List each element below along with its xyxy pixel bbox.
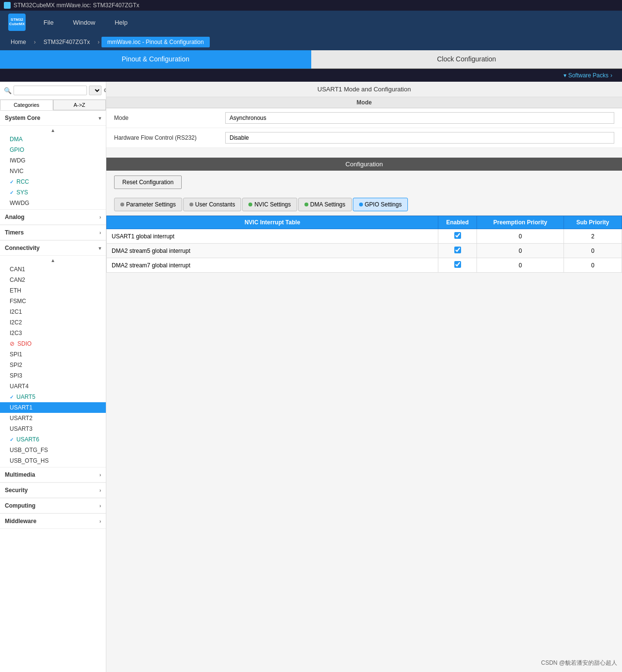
nvic-row1-sub: 2 (564, 229, 622, 244)
search-dropdown[interactable] (89, 86, 101, 95)
content-title: USART1 Mode and Configuration (106, 82, 622, 97)
search-input[interactable] (14, 86, 87, 95)
usb-otg-fs-label: USB_OTG_FS (10, 447, 48, 453)
section-timers-label: Timers (5, 229, 24, 236)
config-header: Configuration (106, 158, 622, 171)
mode-row: Mode Asynchronous Disable Synchronous (106, 108, 622, 128)
sidebar-item-usart6[interactable]: ✓USART6 (0, 434, 106, 445)
sidebar-item-usart3[interactable]: USART3 (0, 424, 106, 434)
breadcrumb-home[interactable]: Home (5, 37, 32, 47)
app-icon (4, 2, 11, 9)
nvic-row2-enabled-cell (438, 244, 477, 258)
check-icon-uart5: ✓ (10, 394, 14, 400)
software-packs-bar[interactable]: ▾ Software Packs › (0, 69, 622, 82)
tab-pinout[interactable]: Pinout & Configuration (0, 50, 311, 69)
tab-az[interactable]: A->Z (53, 100, 106, 110)
nvic-table-wrapper: NVIC Interrupt Table Enabled Preemption … (106, 216, 622, 282)
spi1-label: SPI1 (10, 351, 22, 358)
section-timers[interactable]: Timers › (0, 225, 106, 240)
uart5-label: UART5 (16, 394, 35, 400)
titlebar-text: STM32CubeMX mmWave.ioc: STM32F407ZGTx (14, 2, 139, 9)
config-tab-parameter[interactable]: Parameter Settings (114, 198, 182, 211)
section-analog[interactable]: Analog › (0, 209, 106, 225)
sidebar-item-spi3[interactable]: SPI3 (0, 370, 106, 381)
sidebar-item-can1[interactable]: CAN1 (0, 264, 106, 275)
breadcrumb-current[interactable]: mmWave.ioc - Pinout & Configuration (101, 37, 210, 47)
sidebar: 🔍 ⚙ Categories A->Z System Core ▾ ▲ DMA … (0, 82, 106, 672)
reset-configuration-button[interactable]: Reset Configuration (114, 175, 182, 189)
config-section: Configuration Reset Configuration Parame… (106, 158, 622, 282)
sidebar-item-can2[interactable]: CAN2 (0, 275, 106, 285)
nvic-col-preemption: Preemption Priority (477, 216, 564, 229)
sidebar-item-nvic[interactable]: NVIC (0, 166, 106, 176)
sidebar-item-i2c3[interactable]: I2C3 (0, 328, 106, 338)
sidebar-item-wwdg[interactable]: WWDG (0, 198, 106, 208)
section-system-core-label: System Core (5, 115, 40, 121)
sidebar-item-uart5[interactable]: ✓UART5 (0, 392, 106, 402)
scroll-up-btn[interactable]: ▲ (0, 127, 106, 134)
sidebar-item-eth[interactable]: ETH (0, 285, 106, 296)
menu-file[interactable]: File (34, 16, 63, 29)
nvic-col-enabled: Enabled (438, 216, 477, 229)
fsmc-label: FSMC (10, 298, 26, 305)
sidebar-item-gpio[interactable]: GPIO (0, 145, 106, 155)
menu-help[interactable]: Help (105, 16, 137, 29)
sidebar-item-i2c1[interactable]: I2C1 (0, 307, 106, 317)
nvic-row1-enabled-checkbox[interactable] (454, 232, 461, 239)
menu-window[interactable]: Window (63, 16, 105, 29)
dot-user-constants (189, 203, 193, 206)
config-tabs: Parameter Settings User Constants NVIC S… (106, 194, 622, 216)
config-tab-nvic[interactable]: NVIC Settings (242, 198, 297, 211)
chevron-right-icon: › (100, 215, 101, 220)
sidebar-item-dma[interactable]: DMA (0, 134, 106, 145)
section-computing-label: Computing (5, 502, 35, 509)
sidebar-item-fsmc[interactable]: FSMC (0, 296, 106, 307)
sys-label: SYS (16, 189, 28, 196)
sidebar-item-rcc[interactable]: ✓RCC (0, 176, 106, 187)
sidebar-item-spi2[interactable]: SPI2 (0, 360, 106, 370)
tab-clock[interactable]: Clock Configuration (311, 50, 622, 69)
tab-categories[interactable]: Categories (0, 100, 53, 110)
tab-user-constants-label: User Constants (195, 201, 235, 208)
nvic-row3-enabled-checkbox[interactable] (454, 261, 461, 268)
mode-select[interactable]: Asynchronous Disable Synchronous (225, 112, 614, 124)
hw-flow-select[interactable]: Disable CTS Only RTS Only CTS/RTS (225, 132, 614, 144)
section-connectivity[interactable]: Connectivity ▾ (0, 240, 106, 256)
chevron-down-icon: ▾ (99, 246, 101, 251)
sidebar-item-spi1[interactable]: SPI1 (0, 349, 106, 360)
wwdg-label: WWDG (10, 200, 29, 206)
nvic-row3-sub: 0 (564, 258, 622, 273)
section-system-core[interactable]: System Core ▾ (0, 111, 106, 126)
sidebar-item-sys[interactable]: ✓SYS (0, 187, 106, 198)
scroll-up-btn-conn[interactable]: ▲ (0, 257, 106, 264)
section-computing[interactable]: Computing › (0, 498, 106, 513)
can2-label: CAN2 (10, 277, 25, 283)
logo-text: STM32CubeMX (9, 18, 25, 27)
sidebar-item-usart1[interactable]: USART1 (0, 402, 106, 413)
check-icon-usart6: ✓ (10, 437, 14, 442)
nvic-row3-preemption: 0 (477, 258, 564, 273)
app-logo: STM32CubeMX (5, 13, 29, 32)
section-security[interactable]: Security › (0, 482, 106, 498)
usart6-label: USART6 (16, 436, 39, 443)
sidebar-item-iwdg[interactable]: IWDG (0, 155, 106, 166)
sidebar-item-uart4[interactable]: UART4 (0, 381, 106, 392)
sidebar-item-usb-otg-hs[interactable]: USB_OTG_HS (0, 455, 106, 466)
nvic-row1-name: USART1 global interrupt (107, 229, 438, 244)
content-area: USART1 Mode and Configuration Mode Mode … (106, 82, 622, 672)
table-row: USART1 global interrupt 0 2 (107, 229, 622, 244)
breadcrumb-device[interactable]: STM32F407ZGTx (38, 37, 96, 47)
sidebar-item-sdio[interactable]: ⊘SDIO (0, 338, 106, 349)
section-multimedia[interactable]: Multimedia › (0, 467, 106, 482)
spi2-label: SPI2 (10, 362, 22, 368)
config-tab-dma[interactable]: DMA Settings (298, 198, 352, 211)
config-tab-gpio[interactable]: GPIO Settings (353, 198, 408, 211)
sidebar-item-usart2[interactable]: USART2 (0, 413, 106, 424)
sidebar-item-i2c2[interactable]: I2C2 (0, 317, 106, 328)
sidebar-item-usb-otg-fs[interactable]: USB_OTG_FS (0, 445, 106, 455)
section-middleware[interactable]: Middleware › (0, 513, 106, 529)
nvic-col-name: NVIC Interrupt Table (107, 216, 438, 229)
config-tab-user-constants[interactable]: User Constants (183, 198, 242, 211)
rcc-label: RCC (16, 178, 29, 185)
nvic-row2-enabled-checkbox[interactable] (454, 247, 461, 253)
